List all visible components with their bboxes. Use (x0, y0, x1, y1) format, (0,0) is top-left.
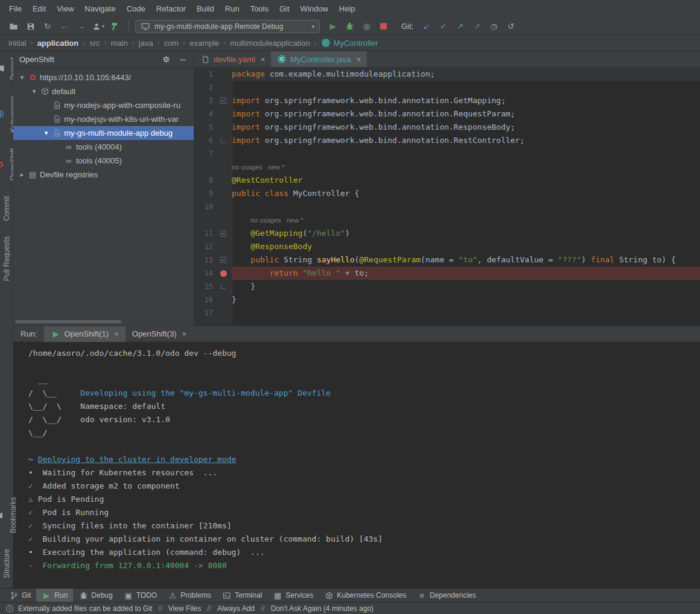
close-icon[interactable]: × (182, 329, 186, 338)
fold-end-icon[interactable] (221, 284, 226, 289)
code-line[interactable]: 9public class MyController { (194, 187, 700, 200)
tree-node[interactable]: ▾https://10.10.10.105:6443/ (13, 71, 194, 84)
code-line[interactable]: 15 } (194, 280, 700, 293)
run-with-coverage-button[interactable]: ◎ (359, 19, 374, 34)
open-button[interactable] (6, 19, 21, 34)
gutter-marker[interactable] (215, 284, 232, 289)
menu-view[interactable]: View (51, 0, 79, 18)
menu-file[interactable]: File (4, 0, 27, 18)
code-text[interactable]: package com.example.multimoduleapplicati… (232, 68, 700, 81)
close-icon[interactable]: × (261, 55, 266, 64)
breadcrumb-item[interactable]: src (89, 39, 100, 48)
code-line[interactable]: no usages new * (194, 214, 700, 227)
code-text[interactable]: no usages new * (232, 214, 700, 227)
back-button[interactable]: ← (57, 19, 72, 34)
code-editor[interactable]: 1package com.example.multimoduleapplicat… (194, 68, 700, 326)
tree-node[interactable]: my-nodejsjs-with-k8s-uri-with-var (13, 112, 194, 126)
code-text[interactable]: } (232, 293, 700, 306)
tree-node[interactable]: ▾my-gs-multi-module-app debug (13, 126, 194, 140)
commit-button[interactable]: ✓ (436, 19, 451, 34)
code-line[interactable]: 11− @GetMapping("/hello") (194, 227, 700, 240)
code-text[interactable]: public class MyController { (232, 187, 700, 200)
toolwindow-button-services[interactable]: ▦Services (267, 589, 319, 603)
fold-collapse-icon[interactable]: − (220, 98, 226, 104)
toolwindow-button-kubernetes-consoles[interactable]: Kubernetes Consoles (319, 589, 412, 603)
code-line[interactable]: 2 (194, 81, 700, 94)
status-link[interactable]: Always Add (217, 604, 255, 613)
breadcrumb-item[interactable]: main (111, 39, 128, 48)
gear-icon[interactable] (161, 54, 171, 64)
fold-collapse-icon[interactable]: − (220, 257, 226, 263)
code-line[interactable]: 12 @ResponseBody (194, 240, 700, 253)
synchronize-button[interactable]: ↻ (40, 19, 55, 34)
menu-build[interactable]: Build (191, 0, 220, 18)
run-console[interactable]: /home/asoro/.odo/cache/3.1.0/odo dev --d… (13, 342, 700, 588)
tool-stripe-bookmarks[interactable]: Bookmarks (0, 497, 18, 533)
rollback-button[interactable]: ↺ (503, 19, 518, 34)
chevron-down-icon[interactable]: ▾ (29, 87, 39, 95)
gutter-marker[interactable]: − (215, 98, 232, 104)
code-text[interactable]: public String sayHello(@RequestParam(nam… (232, 253, 700, 267)
chevron-down-icon[interactable]: ▾ (17, 74, 27, 81)
menu-git[interactable]: Git (274, 0, 295, 18)
editor-tab-devfile-yaml[interactable]: devfile.yaml× (194, 51, 271, 67)
fetch-button[interactable]: ↗ (469, 19, 485, 34)
code-line[interactable]: 13− public String sayHello(@RequestParam… (194, 253, 700, 267)
code-text[interactable] (232, 306, 700, 320)
code-line[interactable]: 10 (194, 200, 700, 214)
code-line[interactable]: 14 return "hello " + to; (194, 267, 700, 280)
code-text[interactable]: import org.springframework.web.bind.anno… (232, 121, 700, 134)
code-line[interactable]: 3−import org.springframework.web.bind.an… (194, 94, 700, 107)
breadcrumb-item[interactable]: com (164, 39, 179, 48)
stop-button[interactable] (376, 19, 391, 34)
toolwindow-button-problems[interactable]: ⚠Problems (162, 589, 217, 603)
code-line[interactable]: 16} (194, 293, 700, 306)
menu-navigate[interactable]: Navigate (79, 0, 121, 18)
gutter-marker[interactable]: − (215, 230, 232, 236)
code-line[interactable]: 17 (194, 306, 700, 320)
toolwindow-button-terminal[interactable]: Terminal (217, 589, 267, 603)
debug-button[interactable] (342, 19, 357, 34)
push-button[interactable]: ↗ (453, 19, 468, 34)
tool-stripe-structure[interactable]: Structure (2, 549, 11, 578)
code-text[interactable]: import org.springframework.web.bind.anno… (232, 107, 700, 121)
profile-button[interactable]: ▾ (91, 19, 106, 34)
code-line[interactable]: no usages new * (194, 160, 700, 174)
show-history-button[interactable]: ◷ (486, 19, 501, 34)
minimize-icon[interactable]: ─ (178, 54, 188, 64)
menu-tools[interactable]: Tools (245, 0, 274, 18)
code-line[interactable]: 5import org.springframework.web.bind.ann… (194, 121, 700, 134)
code-text[interactable] (232, 200, 700, 214)
code-line[interactable]: 8@RestController (194, 174, 700, 187)
gutter-marker[interactable]: − (215, 257, 232, 263)
menu-refactor[interactable]: Refactor (151, 0, 191, 18)
tree-node[interactable]: my-nodejs-app-with-composite-ru (13, 98, 194, 112)
code-text[interactable]: @GetMapping("/hello") (232, 227, 700, 240)
chevron-right-icon[interactable]: ▸ (17, 171, 27, 179)
tool-stripe-commit[interactable]: Commit (2, 196, 11, 221)
fold-collapse-icon[interactable]: − (220, 230, 226, 236)
menu-run[interactable]: Run (220, 0, 245, 18)
code-line[interactable]: 7 (194, 147, 700, 160)
menu-help[interactable]: Help (334, 0, 361, 18)
code-line[interactable]: 1package com.example.multimoduleapplicat… (194, 68, 700, 81)
tree-node[interactable]: ▾default (13, 84, 194, 98)
tree-node[interactable]: ▸▤Devfile registries (13, 168, 194, 182)
code-line[interactable]: 6import org.springframework.web.bind.ann… (194, 134, 700, 147)
breadcrumb-item[interactable]: example (189, 39, 219, 48)
menu-code[interactable]: Code (121, 0, 151, 18)
code-text[interactable] (232, 147, 700, 160)
breadcrumb-item[interactable]: initial (8, 39, 27, 48)
code-text[interactable]: import org.springframework.web.bind.anno… (232, 134, 700, 147)
chevron-down-icon[interactable]: ▾ (41, 129, 51, 137)
run-tab-openshift-3-[interactable]: OpenShift(3)× (126, 326, 193, 342)
tree-node[interactable]: ∞tools (40005) (13, 154, 194, 168)
toolwindow-button-git[interactable]: Git (4, 589, 36, 603)
menu-edit[interactable]: Edit (27, 0, 51, 18)
breadcrumb-item[interactable]: multimoduleapplication (230, 39, 310, 48)
code-text[interactable]: @RestController (232, 174, 700, 187)
fold-end-icon[interactable] (221, 138, 226, 143)
toolwindow-button-debug[interactable]: Debug (73, 589, 118, 603)
toolwindow-button-run[interactable]: ▶Run (36, 589, 73, 603)
code-line[interactable]: 4import org.springframework.web.bind.ann… (194, 107, 700, 121)
